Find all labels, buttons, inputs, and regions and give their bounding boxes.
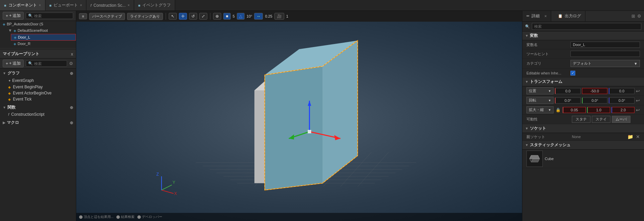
add-component-button[interactable]: + + 追加 xyxy=(3,12,24,20)
tree-item-bp[interactable]: ◈ BP_AutomaticDoor (S xyxy=(0,21,76,27)
grid-snap-button[interactable]: ■ xyxy=(223,13,230,20)
viewport-toolbar: ≡ パースペクティブ ライティングあり ↖ ✛ ↺ ⤢ ⊕ ■ 5 △ 10° … xyxy=(76,11,522,22)
rotation-y-input[interactable] xyxy=(582,97,608,104)
variable-name-row: 変数名 xyxy=(522,40,644,49)
tab-construction-close[interactable]: × xyxy=(128,3,130,7)
variable-name-input[interactable] xyxy=(570,42,640,48)
event-tick-item[interactable]: ◆ Event Tick xyxy=(0,96,76,102)
position-z-input[interactable] xyxy=(609,88,635,94)
component-search-box[interactable]: 🔍 xyxy=(26,13,73,19)
rotation-dropdown[interactable]: 回転 ▼ xyxy=(526,97,554,104)
door-l-left-face xyxy=(265,66,323,190)
variable-name-label: 変数名 xyxy=(526,42,570,47)
lock-scale-icon[interactable]: 🔒 xyxy=(555,108,561,112)
scale-z-input[interactable] xyxy=(611,107,635,113)
parent-socket-label: 親ソケット xyxy=(526,134,570,139)
angle-snap-button[interactable]: △ xyxy=(237,13,245,20)
position-dropdown[interactable]: 位置 ▼ xyxy=(526,87,554,94)
tab-viewport-close[interactable]: × xyxy=(80,3,82,7)
variables-section-header[interactable]: ▼ 変数 xyxy=(522,31,644,40)
func-icon: f xyxy=(8,112,9,116)
tab-components[interactable]: ■ コンポーネント × xyxy=(0,0,45,10)
scale-y-input[interactable] xyxy=(587,107,610,113)
details-tab[interactable]: ✏ 詳細 × xyxy=(522,11,551,21)
event-beginplay-item[interactable]: ◆ Event BeginPlay xyxy=(0,84,76,90)
surface-snapping-button[interactable]: ⊕ xyxy=(213,13,221,20)
tooltip-input[interactable] xyxy=(570,51,640,57)
mesh-thumbnail xyxy=(526,151,543,167)
rotation-z-input[interactable] xyxy=(609,97,635,104)
bp-settings-icon[interactable]: ⚙ xyxy=(69,61,73,66)
lighting-label: ライティングあり xyxy=(130,14,160,18)
position-x-input[interactable] xyxy=(555,88,581,94)
3d-scene[interactable]: Y X Z ⬤ 頂点と辺を結果用... ⬤ 結果検索 ⬤ デベロッパー xyxy=(76,22,522,221)
editable-checkbox[interactable]: ✓ xyxy=(570,71,575,75)
svg-rect-20 xyxy=(308,130,311,133)
details-search-input[interactable] xyxy=(532,23,641,30)
mobility-label: 可動性 xyxy=(526,117,570,122)
rotation-reset-button[interactable]: ↩ xyxy=(636,98,640,103)
functions-add-icon[interactable]: ⊕ xyxy=(70,105,73,110)
scale-reset-button[interactable]: ↩ xyxy=(636,107,640,113)
details-close-btn[interactable]: × xyxy=(544,14,547,19)
construction-script-item[interactable]: f ConstructionScript xyxy=(0,111,76,117)
movable-mobility-button[interactable]: ムーバ xyxy=(612,116,630,123)
tab-construction[interactable]: f Construction Sc... × xyxy=(86,0,134,10)
viewport-menu-button[interactable]: ≡ xyxy=(79,13,87,19)
mesh-name-label: Cube xyxy=(545,157,554,161)
status-text-3: ⬤ デベロッパー xyxy=(137,215,162,219)
bp-search-input[interactable] xyxy=(34,62,65,66)
graph-arrow: ▼ xyxy=(3,71,6,75)
details-grid-icon[interactable]: ⊞ xyxy=(631,14,635,19)
add-bp-label: + 追加 xyxy=(9,61,21,66)
rotation-x-input[interactable] xyxy=(555,97,581,104)
eventgraph-item[interactable]: ✦ EventGraph xyxy=(5,77,76,84)
graph-add-icon[interactable]: ⊕ xyxy=(70,71,73,76)
axis-indicator: Y X Z xyxy=(157,172,177,196)
perspective-button[interactable]: パースペクティブ xyxy=(89,13,125,20)
output-log-tab[interactable]: 📋 出力ログ xyxy=(554,11,585,21)
tree-item-door-r[interactable]: ◈ Door_R xyxy=(11,41,76,47)
components-panel-header: + + 追加 🔍 xyxy=(0,11,76,21)
position-y-input[interactable] xyxy=(582,88,607,94)
static-mesh-section-header[interactable]: ▼ スタティックメッシュ xyxy=(522,141,644,150)
output-log-label: 出力ログ xyxy=(565,13,581,19)
event-actorbegin-item[interactable]: ◆ Event ActorBeginOve xyxy=(0,90,76,96)
tab-viewport[interactable]: ■ ビューポート × xyxy=(45,0,87,10)
select-tool-button[interactable]: ↖ xyxy=(169,13,177,20)
viewport-tab-icon: ■ xyxy=(49,3,52,7)
static-mobility-button[interactable]: スタテ xyxy=(572,116,590,123)
stationary-mobility-button[interactable]: ステイ xyxy=(592,116,610,123)
lighting-button[interactable]: ライティングあり xyxy=(127,13,163,20)
blueprint-icon: ◈ xyxy=(3,22,5,26)
scale-snap-button[interactable]: ↔ xyxy=(254,13,263,20)
tree-item-door-l[interactable]: ◈ Door_L xyxy=(11,34,76,41)
category-dropdown[interactable]: デフォルト ▼ xyxy=(570,60,640,67)
tab-viewport-label: ビューポート xyxy=(54,2,78,8)
myblueprint-close[interactable]: x xyxy=(71,52,73,57)
details-settings-icon[interactable]: ⚙ xyxy=(637,14,641,19)
socket-folder-icon[interactable]: 📁 xyxy=(627,134,633,139)
eventgraph-node-icon: ✦ xyxy=(8,79,11,83)
macros-add-icon[interactable]: ⊕ xyxy=(70,120,73,125)
macros-section: ▶ マクロ ⊕ xyxy=(0,118,76,127)
scale-tool-button[interactable]: ⤢ xyxy=(199,13,207,20)
tree-item-root[interactable]: ▼ ◈ DefaultSceneRoot xyxy=(5,27,76,34)
bp-search-box[interactable]: 🔍 xyxy=(26,60,67,67)
socket-clear-icon[interactable]: ✕ xyxy=(636,134,640,139)
scale-x-input[interactable] xyxy=(563,107,586,113)
move-tool-button[interactable]: ✛ xyxy=(179,13,187,20)
tab-eventgraph[interactable]: ■ イベントグラフ xyxy=(134,0,175,10)
position-reset-button[interactable]: ↩ xyxy=(636,88,640,94)
functions-section: ▼ 関数 ⊕ f ConstructionScript xyxy=(0,103,76,118)
socket-header-label: ソケット xyxy=(530,126,546,131)
rotate-tool-button[interactable]: ↺ xyxy=(189,13,197,20)
add-blueprint-button[interactable]: + + 追加 xyxy=(3,60,24,67)
tab-components-close[interactable]: × xyxy=(39,3,41,7)
socket-section-header[interactable]: ▼ ソケット xyxy=(522,124,644,133)
functions-header: ▼ 関数 ⊕ xyxy=(0,104,76,111)
scale-dropdown[interactable]: 拡大・縮 ▼ xyxy=(526,106,554,113)
component-search-input[interactable] xyxy=(34,14,71,18)
camera-speed-button[interactable]: 🎥 xyxy=(274,13,284,20)
transform-section-header[interactable]: ▼ トランスフォーム xyxy=(522,78,644,86)
